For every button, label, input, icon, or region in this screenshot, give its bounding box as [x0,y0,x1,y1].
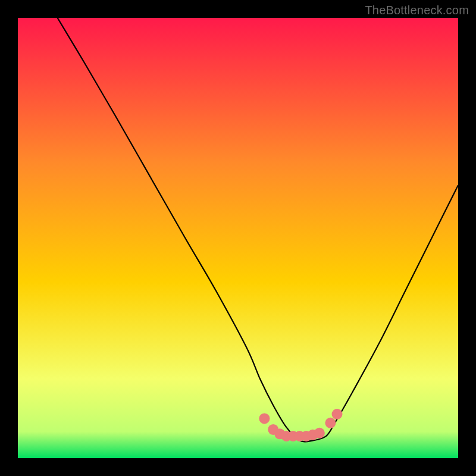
highlight-dot [259,413,270,424]
watermark-text: TheBottleneck.com [365,4,469,17]
gradient-background [18,18,458,458]
highlight-dot [314,428,325,439]
chart-container: TheBottleneck.com [0,0,476,476]
highlight-dot [332,409,343,419]
highlight-dot [325,418,336,428]
bottleneck-chart [0,0,476,476]
